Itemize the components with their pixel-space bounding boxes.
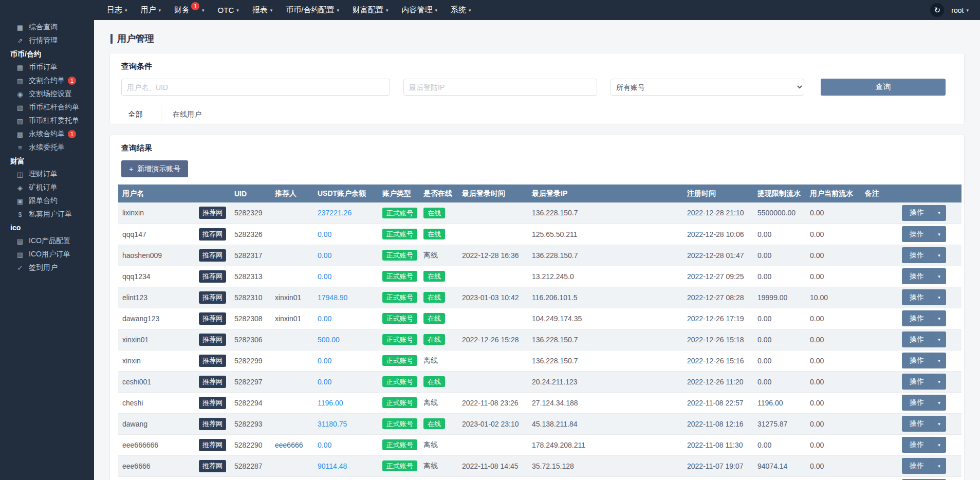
nav-item-log[interactable]: 日志▾: [100, 0, 134, 20]
search-button[interactable]: 查询: [821, 79, 946, 96]
username-cell: ceshi001推荐网: [118, 371, 230, 392]
sidebar-item-delivery-control-settings[interactable]: ◉交割场控设置: [0, 87, 94, 101]
nav-item-otc[interactable]: OTC▾: [211, 0, 246, 20]
last-login-time-cell: 2022-12-28 16:36: [458, 245, 528, 266]
table-row: ceshi001推荐网52822970.00正式账号在线20.24.211.12…: [118, 371, 961, 392]
action-button[interactable]: 操作: [902, 458, 932, 474]
action-dropdown-toggle[interactable]: ▾: [932, 353, 946, 368]
tab-online[interactable]: 在线用户: [161, 105, 213, 124]
usdt-balance-link[interactable]: 0.00: [318, 272, 331, 281]
action-button[interactable]: 操作: [902, 331, 932, 347]
action-button[interactable]: 操作: [902, 247, 932, 263]
action-button[interactable]: 操作: [902, 353, 932, 368]
reload-button[interactable]: ↻: [930, 3, 944, 17]
chevron-down-icon: ▾: [159, 8, 161, 13]
action-button[interactable]: 操作: [902, 395, 932, 411]
offline-text: 离线: [423, 461, 438, 470]
nav-item-wealth-config[interactable]: 财富配置▾: [346, 0, 395, 20]
usdt-balance-link[interactable]: 0.00: [318, 378, 331, 386]
sidebar-item-perpetual-contract-orders[interactable]: ▩永续合约单1: [0, 127, 94, 141]
chevron-down-icon: ▾: [938, 379, 940, 384]
nav-item-user[interactable]: 用户▾: [134, 0, 168, 20]
sidebar-item-miner-orders[interactable]: ◈矿机订单: [0, 181, 94, 194]
account-type-select[interactable]: 所有账号: [611, 79, 804, 96]
nav-item-label: OTC: [218, 6, 234, 14]
sidebar-item-ico-product-config[interactable]: ▤ICO产品配置: [0, 234, 94, 248]
action-dropdown-toggle[interactable]: ▾: [932, 268, 946, 284]
sidebar-item-checkin-users[interactable]: ✓签到用户: [0, 261, 94, 274]
action-dropdown-toggle[interactable]: ▾: [932, 374, 946, 390]
nav-item-finance[interactable]: 财务1▾: [168, 0, 211, 20]
usdt-balance-link[interactable]: 0.00: [318, 230, 331, 238]
chevron-down-icon: ▾: [938, 295, 940, 300]
usdt-balance-link[interactable]: 1196.00: [318, 399, 343, 407]
add-demo-account-button[interactable]: + 新增演示账号: [121, 160, 188, 177]
action-button[interactable]: 操作: [902, 374, 932, 390]
user-menu[interactable]: root ▾: [951, 6, 969, 14]
action-button[interactable]: 操作: [902, 226, 932, 242]
nav-item-content-mgmt[interactable]: 内容管理▾: [395, 0, 445, 20]
action-dropdown-toggle[interactable]: ▾: [932, 395, 946, 411]
action-button[interactable]: 操作: [902, 268, 932, 284]
usdt-balance-link[interactable]: 31180.75: [318, 420, 347, 428]
balance-cell: 0.00: [313, 350, 378, 371]
account-type-badge: 正式账号: [382, 376, 417, 387]
username: lixinxin: [122, 209, 144, 217]
nav-item-coin-contract-config[interactable]: 币币/合约配置▾: [279, 0, 346, 20]
sidebar-item-copy-trade-contract[interactable]: ▣跟单合约: [0, 194, 94, 208]
sidebar-item-label: 签到用户: [29, 263, 58, 272]
action-dropdown-toggle[interactable]: ▾: [932, 331, 946, 347]
usdt-balance-link[interactable]: 0.00: [318, 315, 331, 323]
action-dropdown-toggle[interactable]: ▾: [932, 310, 946, 326]
account-type-cell: 正式账号: [378, 266, 419, 287]
action-dropdown-toggle[interactable]: ▾: [932, 437, 946, 453]
sidebar-item-ico-user-orders[interactable]: ▥ICO用户订单: [0, 248, 94, 261]
nav-item-report[interactable]: 报表▾: [246, 0, 280, 20]
nav-item-label: 系统: [451, 5, 466, 15]
action-button-group: 操作▾: [902, 205, 946, 221]
uid-cell: 5282293: [230, 413, 271, 434]
chevron-down-icon: ▾: [202, 8, 205, 13]
action-dropdown-toggle[interactable]: ▾: [932, 289, 946, 305]
action-button[interactable]: 操作: [902, 289, 932, 305]
action-button[interactable]: 操作: [902, 310, 932, 326]
sidebar-item-leverage-entrust-orders[interactable]: ▨币币杠杆委托单: [0, 114, 94, 127]
usdt-balance-link[interactable]: 17948.90: [318, 293, 347, 302]
uid-cell: 5282308: [230, 308, 271, 329]
usdt-balance-link[interactable]: 237221.26: [318, 209, 352, 217]
last-login-ip-input[interactable]: [403, 79, 597, 96]
action-dropdown-toggle[interactable]: ▾: [932, 416, 946, 432]
sidebar-item-finance-orders[interactable]: ◫理财订单: [0, 168, 94, 181]
register-time-cell: 2022-12-26 17:19: [683, 308, 753, 329]
action-button[interactable]: 操作: [902, 205, 932, 221]
action-button-group: 操作▾: [902, 353, 946, 368]
usdt-balance-link[interactable]: 0.00: [318, 357, 331, 365]
username-uid-input[interactable]: [121, 79, 390, 96]
usdt-balance-link[interactable]: 90114.48: [318, 462, 347, 470]
sidebar-item-overview-query[interactable]: ▦综合查询: [0, 21, 94, 34]
usdt-balance-link[interactable]: 0.00: [318, 441, 331, 449]
sidebar-item-spot-orders[interactable]: ▤币币订单: [0, 61, 94, 74]
sidebar-item-market-mgmt[interactable]: ⇗行情管理: [0, 34, 94, 47]
action-dropdown-toggle[interactable]: ▾: [932, 226, 946, 242]
action-button-group: 操作▾: [902, 458, 946, 474]
account-type-badge: 正式账号: [382, 334, 417, 345]
tab-all[interactable]: 全部: [110, 105, 161, 124]
referrer-cell: xinxin01: [271, 308, 313, 329]
nav-item-system[interactable]: 系统▾: [444, 0, 478, 20]
uid-cell: 5282306: [230, 329, 271, 350]
sidebar-item-perpetual-entrust-orders[interactable]: ≡永续委托单: [0, 141, 94, 154]
account-type-cell: 正式账号: [378, 350, 419, 371]
usdt-balance-link[interactable]: 0.00: [318, 251, 331, 260]
action-button[interactable]: 操作: [902, 416, 932, 432]
sidebar-item-leverage-contract-orders[interactable]: ▧币币杠杆合约单: [0, 101, 94, 114]
action-dropdown-toggle[interactable]: ▾: [932, 458, 946, 474]
sidebar-item-private-fund-orders[interactable]: $私募用户订单: [0, 208, 94, 221]
action-dropdown-toggle[interactable]: ▾: [932, 205, 946, 221]
sidebar-item-delivery-contract-orders[interactable]: ▥交割合约单1: [0, 74, 94, 87]
username-cell: lixinxin推荐网: [118, 202, 230, 224]
action-button[interactable]: 操作: [902, 437, 932, 453]
usdt-balance-link[interactable]: 500.00: [318, 336, 340, 344]
referrer-cell: [271, 392, 313, 413]
action-dropdown-toggle[interactable]: ▾: [932, 247, 946, 263]
